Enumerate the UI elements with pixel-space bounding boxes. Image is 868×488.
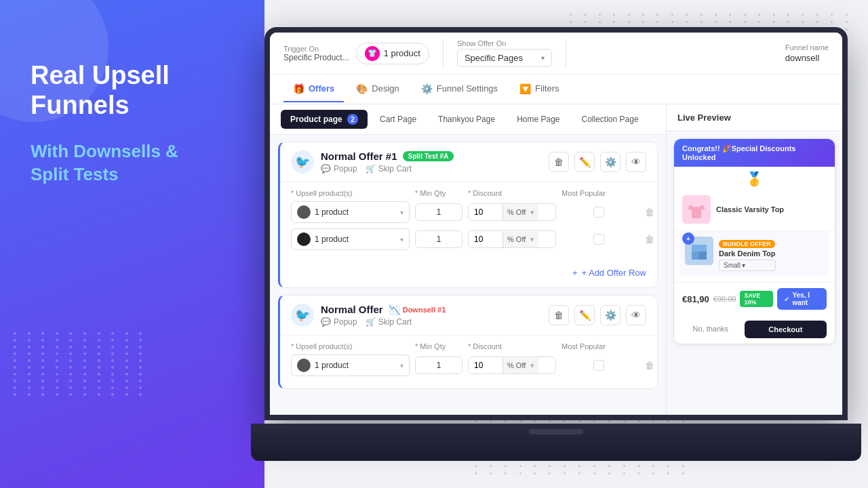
offer-1-row1-qty[interactable]: [415, 203, 462, 221]
cart-icon: 🛒: [366, 164, 376, 174]
row1-chevron: ▾: [400, 209, 403, 216]
row1-product-avatar: [297, 205, 311, 219]
chevron-down-icon: ▾: [541, 54, 545, 62]
page-tab-cart[interactable]: Cart Page: [370, 110, 426, 128]
offer-1-row1-discount-suffix: % Off ▾: [502, 205, 538, 220]
live-preview-title: Live Preview: [677, 113, 731, 123]
tab-funnel-settings[interactable]: ⚙️ Funnel Settings: [412, 77, 507, 102]
offer-1-row2-discount: % Off ▾: [468, 230, 556, 248]
offer-1-title-area: Normal Offer #1 Split Test #A 💬 Popup: [321, 150, 542, 174]
offer-1-edit-btn[interactable]: ✏️: [574, 152, 595, 172]
show-offer-section: Show Offer On Specific Pages ▾: [457, 39, 552, 67]
discount-chevron-3[interactable]: ▾: [530, 361, 534, 369]
popup-icon-2: 💬: [321, 317, 331, 327]
offer-2-popup: 💬 Popup: [321, 317, 357, 327]
row2-product-label: 1 product: [315, 235, 349, 244]
discount-chevron-1[interactable]: ▾: [530, 208, 534, 216]
tab-filters[interactable]: 🔽 Filters: [510, 77, 568, 102]
product-2-info: BUNDLE OFFER Dark Denim Top Small ▾: [719, 237, 776, 271]
add-offer-row-btn[interactable]: + + Add Offer Row: [572, 268, 646, 278]
plus-icon: +: [572, 268, 578, 278]
divider2: [566, 40, 566, 67]
page-tab-thankyou[interactable]: Thankyou Page: [429, 110, 505, 128]
offer-1-settings-btn[interactable]: ⚙️: [600, 152, 620, 172]
main-area: Product page 2 Cart Page Thankyou Page H…: [270, 104, 842, 415]
page-tab-product-badge: 2: [347, 114, 358, 125]
price-current: €81,90: [682, 294, 709, 304]
product-1-name: Classic Varsity Top: [716, 205, 784, 214]
trigger-label: Trigger On: [283, 45, 349, 53]
offer-1-row1-product[interactable]: 1 product ▾: [291, 201, 410, 223]
offer-2-skip: 🛒 Skip Cart: [366, 317, 412, 327]
offer-1-preview-btn[interactable]: 👁: [626, 152, 646, 172]
tab-offers[interactable]: 🎁 Offers: [283, 77, 344, 102]
yes-i-want-btn[interactable]: ✓ Yes, I want: [777, 288, 827, 310]
offers-panel[interactable]: Product page 2 Cart Page Thankyou Page H…: [270, 104, 666, 415]
product-1-info: Classic Varsity Top: [716, 205, 784, 214]
offer-2-row1-popular-checkbox[interactable]: [593, 360, 604, 371]
col2-popular-header: Most Popular: [561, 342, 636, 350]
product-pill[interactable]: 👕 1 product: [356, 43, 429, 64]
no-thanks-btn[interactable]: No, thanks: [682, 321, 739, 338]
sub-headline: With Downsells &Split Tests: [31, 140, 251, 186]
offer-2-row1-qty[interactable]: [415, 357, 462, 374]
offer-2-preview-btn[interactable]: 👁: [626, 305, 646, 325]
product-avatar: 👕: [365, 46, 380, 61]
live-preview: Live Preview Congrats!! 🎉Special Discoun…: [666, 104, 842, 415]
offer-2-title-area: Normal Offer 📉 Downsell #1 💬: [321, 304, 542, 327]
offer-2-edit-btn[interactable]: ✏️: [574, 305, 595, 325]
offer-2-row1-product[interactable]: 1 product ▾: [291, 354, 410, 376]
offer-1-popup: 💬 Popup: [321, 164, 357, 174]
checkmark-icon: ✓: [784, 296, 789, 303]
offer-1-row1-discount-input[interactable]: [469, 204, 502, 220]
offer-2-row1-delete[interactable]: 🗑: [642, 357, 658, 373]
offer-1-row2-product[interactable]: 1 product ▾: [291, 228, 410, 250]
trend-down-icon: 📉: [389, 304, 400, 315]
offer-1-row2-qty[interactable]: [415, 230, 462, 248]
offer-1-row2-discount-suffix: % Off ▾: [502, 232, 538, 247]
offer-1-row2-discount-input[interactable]: [469, 231, 502, 247]
top-bar: Trigger On Specific Product... 👕 1 produ…: [270, 33, 842, 75]
app-container: Trigger On Specific Product... 👕 1 produ…: [270, 33, 842, 415]
offers-icon: 🎁: [293, 83, 304, 94]
page-tab-home[interactable]: Home Page: [507, 110, 569, 128]
col-product-header: * Upsell product(s): [291, 189, 410, 197]
offer-1-row2-delete[interactable]: 🗑: [642, 231, 658, 247]
preview-product-2: +: [685, 237, 824, 271]
offer-1-delete-btn[interactable]: 🗑: [549, 152, 569, 172]
page-tab-collection-label: Collection Page: [582, 115, 639, 124]
offer-2-title: Normal Offer: [321, 304, 383, 315]
preview-medal: 🥇: [674, 167, 835, 188]
row2-product-avatar: [297, 232, 311, 246]
live-preview-header: Live Preview: [667, 104, 842, 131]
size-selector[interactable]: Small ▾: [719, 260, 776, 271]
offer-1-row1-delete[interactable]: 🗑: [642, 204, 658, 220]
offer-2-icon: 🐦: [291, 304, 314, 327]
offer-1-row2-popular-checkbox[interactable]: [593, 234, 604, 245]
show-offer-label: Show Offer On: [457, 39, 552, 47]
offer-2-delete-btn[interactable]: 🗑: [549, 305, 569, 325]
col2-discount-header: * Discount: [468, 342, 556, 350]
show-offer-select[interactable]: Specific Pages ▾: [457, 49, 552, 67]
offer-1-row1-discount: % Off ▾: [468, 203, 556, 221]
offer-card-2: 🐦 Normal Offer 📉 Downsell #1: [278, 295, 658, 389]
offer-2-table-header: * Upsell product(s) * Min Qty * Discount…: [291, 342, 646, 350]
show-offer-value: Specific Pages: [465, 53, 523, 63]
discount-chevron-2[interactable]: ▾: [530, 235, 534, 243]
row3-product-avatar: [297, 359, 311, 372]
offer-1-row1-popular-checkbox[interactable]: [593, 207, 604, 218]
trigger-section: Trigger On Specific Product... 👕 1 produ…: [283, 43, 429, 64]
offer-2-actions: 🗑 ✏️ ⚙️ 👁: [549, 305, 646, 325]
tab-design-label: Design: [372, 83, 399, 94]
tab-design[interactable]: 🎨 Design: [347, 77, 408, 102]
offer-2-row1-discount-input[interactable]: [469, 357, 502, 373]
page-tab-product-label: Product page: [290, 115, 342, 124]
checkout-btn[interactable]: Checkout: [745, 321, 827, 338]
preview-product-2-wrapper: +: [679, 231, 829, 277]
plus-circle-icon: +: [682, 232, 694, 245]
page-tab-product[interactable]: Product page 2: [281, 110, 368, 129]
price-old: €90,00: [713, 295, 736, 303]
offer-2-settings-btn[interactable]: ⚙️: [600, 305, 620, 325]
cart-icon-2: 🛒: [366, 317, 376, 327]
page-tab-collection[interactable]: Collection Page: [572, 110, 648, 128]
